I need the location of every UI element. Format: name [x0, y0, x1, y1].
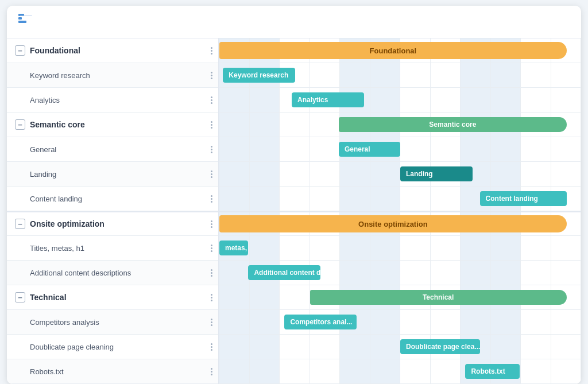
collapse-button[interactable]: −: [15, 45, 25, 56]
grid-column: [340, 261, 370, 285]
row-menu-button[interactable]: [205, 335, 218, 359]
grid-column: [370, 88, 401, 112]
grid-column: [551, 236, 582, 260]
grid-column: [491, 261, 521, 285]
row-menu-button[interactable]: [205, 137, 218, 161]
gantt-bar: General: [339, 142, 400, 157]
left-cell: −Semantic core: [7, 113, 205, 137]
grid-column: [461, 261, 491, 285]
grid-column: [551, 335, 582, 359]
grid-column: [400, 359, 431, 383]
chart-area: FoundationalKeyword researchAnalyticsSem…: [219, 38, 581, 384]
gantt-bar: Technical: [310, 290, 567, 305]
grid-column: [551, 63, 582, 87]
gantt-bar: Doublicate page clea...: [400, 339, 480, 354]
gantt-bar: Landing: [400, 166, 473, 181]
grid-column: [431, 63, 461, 87]
gantt-bar: Foundational: [219, 42, 567, 59]
row-menu-button[interactable]: [205, 261, 218, 285]
gantt-bar: Content landing: [480, 191, 567, 206]
grid-column: [250, 162, 280, 186]
task-label: Robots.txt: [30, 367, 64, 376]
grid-column: [370, 63, 401, 87]
grid-column: [219, 137, 250, 161]
grid-column: [521, 335, 551, 359]
grid-column: [310, 63, 341, 87]
chart-row: Semantic core: [219, 113, 581, 137]
group-row: −Foundational: [7, 38, 218, 63]
grid-column: [340, 63, 370, 87]
left-cell: Additional content descriptions: [7, 261, 205, 285]
grid-column: [219, 335, 250, 359]
group-row: −Onsite optimization: [7, 211, 218, 236]
left-cell: Landing: [7, 162, 205, 186]
row-menu-button[interactable]: [205, 310, 218, 334]
left-cell: Robots.txt: [7, 359, 205, 383]
group-row: −Semantic core: [7, 113, 218, 137]
grid-column: [400, 88, 431, 112]
grid-column: [400, 63, 431, 87]
grid-column: [491, 162, 521, 186]
row-menu-button[interactable]: [205, 236, 218, 260]
task-row: Landing: [7, 162, 218, 187]
task-row: Additional content descriptions: [7, 261, 218, 285]
gantt-bar: Semantic core: [339, 117, 567, 132]
gantt-bar: Analytics: [292, 92, 364, 107]
grid-column: [219, 187, 250, 211]
row-menu-button[interactable]: [205, 285, 218, 309]
group-row: −Technical: [7, 285, 218, 310]
task-label: Doublicate page cleaning: [30, 343, 114, 351]
row-menu-button[interactable]: [205, 212, 218, 235]
grid-column: [250, 335, 280, 359]
grid-column: [551, 310, 582, 334]
row-menu-button[interactable]: [205, 113, 218, 137]
grid-column: [400, 137, 431, 161]
left-cell: Keyword research: [7, 63, 205, 87]
svg-rect-3: [20, 15, 32, 16]
grid-column: [491, 63, 521, 87]
collapse-button[interactable]: −: [15, 219, 25, 229]
grid-column: [551, 88, 582, 112]
chart-row: metas, h1: [219, 236, 581, 261]
grid-column: [280, 137, 310, 161]
task-label: Content landing: [30, 195, 82, 203]
row-menu-button[interactable]: [205, 88, 218, 112]
task-row: Doublicate page cleaning: [7, 335, 218, 359]
grid-column: [370, 359, 401, 383]
grid-column: [280, 113, 310, 137]
grid-column: [491, 236, 521, 260]
grid-column: [461, 137, 491, 161]
collapse-button[interactable]: −: [15, 292, 25, 302]
gantt-bar: Additional content des...: [248, 265, 320, 280]
collapse-button[interactable]: −: [15, 119, 25, 130]
grid-column: [461, 310, 491, 334]
grid-column: [521, 236, 551, 260]
grid-column: [461, 236, 491, 260]
grid-column: [280, 359, 310, 383]
row-menu-button[interactable]: [205, 63, 218, 87]
left-cell: −Onsite optimization: [7, 212, 205, 235]
grid-column: [340, 187, 370, 211]
task-row: Content landing: [7, 187, 218, 211]
row-menu-button[interactable]: [205, 359, 218, 383]
grid-column: [250, 88, 280, 112]
grid-column: [310, 187, 341, 211]
grid-column: [219, 162, 250, 186]
task-row: General: [7, 137, 218, 162]
grid-column: [370, 310, 401, 334]
row-menu-button[interactable]: [205, 187, 218, 211]
grid-column: [521, 162, 551, 186]
row-menu-button[interactable]: [205, 38, 218, 63]
gantt-bar: Onsite optimization: [219, 215, 567, 232]
grid-column: [431, 261, 461, 285]
grid-column: [370, 162, 401, 186]
grid-column: [340, 236, 370, 260]
task-row: Competitors analysis: [7, 310, 218, 335]
grid-column: [280, 187, 310, 211]
grid-column: [280, 335, 310, 359]
row-menu-button[interactable]: [205, 162, 218, 186]
grid-column: [219, 310, 250, 334]
grid-column: [431, 88, 461, 112]
grid-column: [400, 236, 431, 260]
grid-column: [491, 310, 521, 334]
